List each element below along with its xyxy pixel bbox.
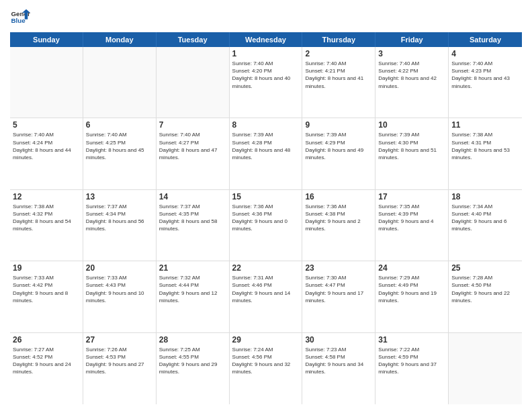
day-number: 16	[305, 192, 372, 201]
calendar-cell: 5Sunrise: 7:40 AMSunset: 4:24 PMDaylight…	[10, 118, 83, 189]
cell-details: Sunrise: 7:33 AMSunset: 4:43 PMDaylight:…	[86, 274, 153, 304]
cell-details: Sunrise: 7:40 AMSunset: 4:22 PMDaylight:…	[378, 60, 445, 90]
calendar-cell: 1Sunrise: 7:40 AMSunset: 4:20 PMDaylight…	[230, 47, 303, 118]
calendar-cell: 12Sunrise: 7:38 AMSunset: 4:32 PMDayligh…	[10, 190, 83, 261]
day-number: 21	[159, 263, 226, 273]
calendar-cell: 10Sunrise: 7:39 AMSunset: 4:30 PMDayligh…	[375, 118, 449, 189]
day-number: 10	[378, 120, 445, 130]
weekday-header: Monday	[83, 32, 157, 47]
calendar-cell	[10, 47, 83, 118]
calendar-cell: 9Sunrise: 7:39 AMSunset: 4:29 PMDaylight…	[302, 118, 375, 189]
calendar-cell: 4Sunrise: 7:40 AMSunset: 4:23 PMDaylight…	[449, 47, 522, 118]
cell-details: Sunrise: 7:35 AMSunset: 4:39 PMDaylight:…	[378, 203, 445, 233]
day-number: 26	[13, 335, 80, 345]
day-number: 8	[232, 120, 300, 130]
cell-details: Sunrise: 7:31 AMSunset: 4:46 PMDaylight:…	[232, 274, 300, 304]
cell-details: Sunrise: 7:32 AMSunset: 4:44 PMDaylight:…	[159, 274, 226, 304]
weekday-header: Tuesday	[157, 32, 230, 47]
day-number: 20	[86, 263, 153, 273]
day-number: 2	[305, 49, 372, 58]
calendar-cell: 3Sunrise: 7:40 AMSunset: 4:22 PMDaylight…	[375, 47, 449, 118]
calendar-cell: 6Sunrise: 7:40 AMSunset: 4:25 PMDaylight…	[83, 118, 157, 189]
weekday-header: Friday	[375, 32, 449, 47]
calendar-cell: 16Sunrise: 7:36 AMSunset: 4:38 PMDayligh…	[302, 190, 375, 261]
calendar-row: 5Sunrise: 7:40 AMSunset: 4:24 PMDaylight…	[10, 118, 522, 189]
calendar-cell	[83, 47, 157, 118]
cell-details: Sunrise: 7:37 AMSunset: 4:35 PMDaylight:…	[159, 203, 226, 233]
cell-details: Sunrise: 7:39 AMSunset: 4:28 PMDaylight:…	[232, 131, 300, 161]
calendar-cell: 2Sunrise: 7:40 AMSunset: 4:21 PMDaylight…	[302, 47, 375, 118]
cell-details: Sunrise: 7:29 AMSunset: 4:49 PMDaylight:…	[378, 274, 445, 304]
cell-details: Sunrise: 7:23 AMSunset: 4:58 PMDaylight:…	[305, 346, 372, 376]
cell-details: Sunrise: 7:40 AMSunset: 4:21 PMDaylight:…	[305, 60, 372, 90]
cell-details: Sunrise: 7:40 AMSunset: 4:23 PMDaylight:…	[451, 60, 519, 90]
calendar-row: 26Sunrise: 7:27 AMSunset: 4:52 PMDayligh…	[10, 333, 522, 404]
calendar-cell: 20Sunrise: 7:33 AMSunset: 4:43 PMDayligh…	[83, 261, 157, 332]
day-number: 27	[86, 335, 153, 345]
calendar-body: 1Sunrise: 7:40 AMSunset: 4:20 PMDaylight…	[10, 47, 522, 404]
calendar-cell: 29Sunrise: 7:24 AMSunset: 4:56 PMDayligh…	[230, 333, 303, 404]
calendar-cell: 8Sunrise: 7:39 AMSunset: 4:28 PMDaylight…	[230, 118, 303, 189]
weekday-header: Sunday	[10, 32, 83, 47]
cell-details: Sunrise: 7:27 AMSunset: 4:52 PMDaylight:…	[13, 346, 80, 376]
day-number: 28	[159, 335, 226, 345]
day-number: 22	[232, 263, 300, 273]
cell-details: Sunrise: 7:37 AMSunset: 4:34 PMDaylight:…	[86, 203, 153, 233]
calendar-cell: 17Sunrise: 7:35 AMSunset: 4:39 PMDayligh…	[375, 190, 449, 261]
cell-details: Sunrise: 7:40 AMSunset: 4:24 PMDaylight:…	[13, 131, 80, 161]
cell-details: Sunrise: 7:25 AMSunset: 4:55 PMDaylight:…	[159, 346, 226, 376]
day-number: 12	[13, 192, 80, 201]
day-number: 31	[378, 335, 445, 345]
calendar-cell: 19Sunrise: 7:33 AMSunset: 4:42 PMDayligh…	[10, 261, 83, 332]
cell-details: Sunrise: 7:26 AMSunset: 4:53 PMDaylight:…	[86, 346, 153, 376]
calendar-header: SundayMondayTuesdayWednesdayThursdayFrid…	[10, 32, 522, 47]
calendar-cell	[449, 333, 522, 404]
header: General Blue	[10, 7, 522, 27]
cell-details: Sunrise: 7:24 AMSunset: 4:56 PMDaylight:…	[232, 346, 300, 376]
cell-details: Sunrise: 7:36 AMSunset: 4:36 PMDaylight:…	[232, 203, 300, 233]
day-number: 19	[13, 263, 80, 273]
logo-icon: General Blue	[10, 7, 30, 27]
day-number: 6	[86, 120, 153, 130]
calendar-cell: 21Sunrise: 7:32 AMSunset: 4:44 PMDayligh…	[157, 261, 230, 332]
calendar-cell: 31Sunrise: 7:22 AMSunset: 4:59 PMDayligh…	[375, 333, 449, 404]
calendar-cell: 27Sunrise: 7:26 AMSunset: 4:53 PMDayligh…	[83, 333, 157, 404]
cell-details: Sunrise: 7:28 AMSunset: 4:50 PMDaylight:…	[451, 274, 519, 304]
day-number: 18	[451, 192, 519, 201]
calendar-cell: 11Sunrise: 7:38 AMSunset: 4:31 PMDayligh…	[449, 118, 522, 189]
calendar-cell: 14Sunrise: 7:37 AMSunset: 4:35 PMDayligh…	[157, 190, 230, 261]
weekday-header: Wednesday	[230, 32, 303, 47]
cell-details: Sunrise: 7:36 AMSunset: 4:38 PMDaylight:…	[305, 203, 372, 233]
calendar-cell	[157, 47, 230, 118]
cell-details: Sunrise: 7:33 AMSunset: 4:42 PMDaylight:…	[13, 274, 80, 304]
cell-details: Sunrise: 7:39 AMSunset: 4:29 PMDaylight:…	[305, 131, 372, 161]
day-number: 13	[86, 192, 153, 201]
calendar-cell: 22Sunrise: 7:31 AMSunset: 4:46 PMDayligh…	[230, 261, 303, 332]
cell-details: Sunrise: 7:40 AMSunset: 4:20 PMDaylight:…	[232, 60, 300, 90]
day-number: 30	[305, 335, 372, 345]
cell-details: Sunrise: 7:39 AMSunset: 4:30 PMDaylight:…	[378, 131, 445, 161]
day-number: 5	[13, 120, 80, 130]
day-number: 1	[232, 49, 300, 58]
day-number: 24	[378, 263, 445, 273]
cell-details: Sunrise: 7:34 AMSunset: 4:40 PMDaylight:…	[451, 203, 519, 233]
logo: General Blue	[10, 7, 30, 27]
day-number: 3	[378, 49, 445, 58]
calendar-row: 19Sunrise: 7:33 AMSunset: 4:42 PMDayligh…	[10, 261, 522, 332]
day-number: 7	[159, 120, 226, 130]
day-number: 9	[305, 120, 372, 130]
weekday-header: Thursday	[302, 32, 375, 47]
calendar-row: 1Sunrise: 7:40 AMSunset: 4:20 PMDaylight…	[10, 47, 522, 118]
day-number: 29	[232, 335, 300, 345]
calendar-cell: 25Sunrise: 7:28 AMSunset: 4:50 PMDayligh…	[449, 261, 522, 332]
calendar-cell: 15Sunrise: 7:36 AMSunset: 4:36 PMDayligh…	[230, 190, 303, 261]
cell-details: Sunrise: 7:40 AMSunset: 4:27 PMDaylight:…	[159, 131, 226, 161]
day-number: 14	[159, 192, 226, 201]
calendar-cell: 23Sunrise: 7:30 AMSunset: 4:47 PMDayligh…	[302, 261, 375, 332]
svg-text:Blue: Blue	[11, 17, 26, 24]
calendar: SundayMondayTuesdayWednesdayThursdayFrid…	[10, 32, 522, 404]
day-number: 11	[451, 120, 519, 130]
day-number: 4	[451, 49, 519, 58]
calendar-cell: 18Sunrise: 7:34 AMSunset: 4:40 PMDayligh…	[449, 190, 522, 261]
calendar-cell: 30Sunrise: 7:23 AMSunset: 4:58 PMDayligh…	[302, 333, 375, 404]
